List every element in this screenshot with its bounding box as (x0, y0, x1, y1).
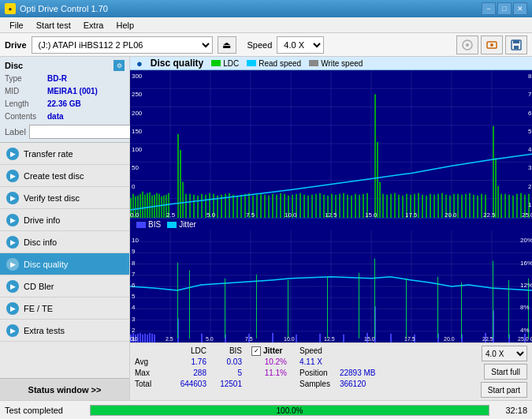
position-value: 22893 MB (340, 368, 376, 379)
menu-file[interactable]: File (3, 19, 30, 32)
svg-rect-46 (193, 195, 195, 218)
svg-rect-91 (374, 94, 376, 218)
legend-write-speed: Write speed (309, 59, 363, 68)
menu-help[interactable]: Help (110, 19, 140, 32)
chart-title: Disc quality (151, 58, 203, 69)
bottom-chart-svg: 20% 16% 12% 8% 4% 10 9 8 7 6 5 4 3 2 1 (130, 230, 532, 342)
maximize-button[interactable]: □ (497, 2, 512, 15)
eject-button[interactable]: ⏏ (218, 36, 236, 54)
sidebar-item-disc-quality[interactable]: ▶ Disc quality (0, 253, 129, 275)
speed-stat-value: 4.11 X (299, 357, 330, 368)
cd-icon-button[interactable] (456, 36, 478, 54)
start-full-button[interactable]: Start full (484, 364, 527, 380)
avg-row: Avg 1.76 0.03 (135, 357, 242, 368)
titlebar-left: ● Opti Drive Control 1.70 (5, 3, 108, 14)
chart-header: ● Disc quality LDC Read speed Write spee… (130, 57, 532, 70)
svg-rect-217 (508, 280, 509, 339)
svg-rect-123 (497, 186, 499, 218)
svg-rect-192 (296, 335, 297, 342)
sidebar-item-verify-test-disc[interactable]: ▶ Verify test disc (0, 187, 129, 209)
svg-rect-65 (268, 196, 270, 218)
svg-rect-119 (481, 194, 482, 218)
type-value: BD-R (47, 73, 67, 85)
close-button[interactable]: ✕ (513, 2, 527, 15)
svg-text:7.5: 7.5 (246, 211, 255, 218)
samples-stat-label: Samples (299, 379, 330, 390)
svg-rect-115 (465, 194, 467, 218)
disc-quality-icon: ▶ (6, 258, 19, 271)
svg-rect-109 (441, 193, 443, 218)
samples-value: 366120 (340, 379, 376, 390)
svg-text:1 X: 1 X (528, 201, 532, 208)
jitter-checkbox[interactable]: ✓ (251, 346, 261, 356)
legend-write-speed-label: Write speed (321, 59, 363, 68)
sidebar-item-drive-info[interactable]: ▶ Drive info (0, 209, 129, 231)
sidebar-item-transfer-rate[interactable]: ▶ Transfer rate (0, 143, 129, 165)
disc-panel: Disc ⚙ Type BD-R MID MEIRA1 (001) Length… (0, 57, 129, 143)
top-chart: 8 X 7 X 6 X 5 X 4 X 3 X 2 X 1 X 300 250 … (130, 70, 532, 218)
svg-rect-180 (140, 333, 141, 342)
media-icon-button[interactable] (481, 36, 503, 54)
nav-label-disc-info: Disc info (24, 238, 57, 247)
svg-rect-114 (461, 195, 463, 218)
svg-text:12%: 12% (520, 282, 532, 289)
status-window-button[interactable]: Status window >> (0, 378, 129, 400)
bis-legend: BIS (136, 220, 161, 229)
cd-bler-icon: ▶ (6, 280, 19, 293)
svg-rect-121 (493, 126, 494, 218)
drive-info-icon: ▶ (6, 214, 19, 226)
svg-rect-106 (430, 194, 431, 218)
minimize-button[interactable]: − (482, 2, 496, 15)
mid-label: MID (5, 85, 44, 98)
label-input[interactable] (29, 125, 131, 139)
total-ldc: 644603 (163, 379, 206, 390)
svg-rect-74 (303, 195, 305, 218)
drive-label: Drive (5, 40, 27, 50)
svg-text:300: 300 (132, 73, 143, 80)
svg-rect-76 (311, 195, 313, 218)
svg-text:2: 2 (132, 327, 136, 334)
ldc-bis-stats: LDC BIS Avg 1.76 0.03 Max 288 5 Total 64… (135, 346, 242, 390)
svg-rect-181 (142, 335, 143, 342)
stats-bar: LDC BIS Avg 1.76 0.03 Max 288 5 Total 64… (130, 342, 532, 400)
svg-rect-96 (390, 194, 392, 218)
svg-rect-103 (418, 193, 419, 218)
sidebar-item-create-test-disc[interactable]: ▶ Create test disc (0, 165, 129, 187)
disc-length-row: Length 22.36 GB (5, 98, 125, 110)
speed-select[interactable]: 4.0 X (277, 36, 324, 54)
svg-rect-94 (382, 194, 384, 218)
bis-header: BIS (206, 346, 242, 357)
svg-rect-104 (422, 195, 423, 218)
svg-text:2.5: 2.5 (166, 336, 173, 342)
sidebar-item-disc-info[interactable]: ▶ Disc info (0, 231, 129, 253)
svg-text:0.0: 0.0 (130, 211, 140, 218)
svg-rect-57 (236, 196, 238, 218)
sidebar-item-cd-bler[interactable]: ▶ CD Bler (0, 275, 129, 297)
svg-rect-105 (426, 196, 427, 218)
svg-text:250: 250 (132, 91, 143, 98)
svg-rect-124 (500, 194, 502, 218)
menu-start-test[interactable]: Start test (30, 19, 77, 32)
save-icon-button[interactable] (505, 36, 527, 54)
svg-text:5.0: 5.0 (206, 211, 216, 218)
disc-settings-icon[interactable]: ⚙ (113, 60, 125, 71)
disc-label-row: Label ⚙ (5, 125, 125, 139)
start-part-button[interactable]: Start part (481, 382, 527, 398)
svg-text:25.0 GB: 25.0 GB (518, 336, 532, 342)
svg-text:17.5: 17.5 (405, 211, 418, 218)
drive-select[interactable]: (J:) ATAPI iHBS112 2 PL06 (32, 36, 213, 54)
speed-select-small[interactable]: 4.0 X (482, 346, 527, 361)
svg-rect-86 (351, 196, 352, 218)
menu-extra[interactable]: Extra (77, 19, 110, 32)
svg-rect-206 (189, 271, 190, 339)
sidebar-item-fe-te[interactable]: ▶ FE / TE (0, 297, 129, 320)
svg-rect-125 (504, 194, 506, 218)
svg-rect-67 (276, 195, 277, 218)
max-ldc: 288 (163, 368, 206, 379)
svg-text:20.0: 20.0 (445, 211, 457, 218)
svg-rect-56 (233, 195, 234, 218)
svg-text:22.5: 22.5 (483, 211, 496, 218)
svg-rect-185 (151, 334, 153, 342)
top-chart-svg: 8 X 7 X 6 X 5 X 4 X 3 X 2 X 1 X 300 250 … (130, 70, 532, 218)
sidebar-item-extra-tests[interactable]: ▶ Extra tests (0, 320, 129, 342)
